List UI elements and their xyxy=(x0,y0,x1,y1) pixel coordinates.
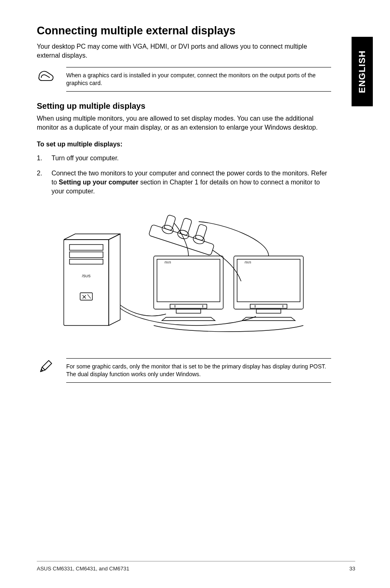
footer-page-number: 33 xyxy=(350,566,355,572)
svg-rect-4 xyxy=(164,214,176,230)
pencil-icon xyxy=(37,358,55,375)
svg-text:/SUS: /SUS xyxy=(82,274,90,278)
svg-rect-21 xyxy=(237,259,300,302)
section-heading: Setting up multiple displays xyxy=(37,101,331,111)
svg-text:/SUS: /SUS xyxy=(164,261,171,264)
subintro-text: When using multiple monitors, you are al… xyxy=(37,114,331,132)
step-text-bold: Setting up your computer xyxy=(59,179,139,186)
step-body: Turn off your computer. xyxy=(52,154,331,163)
language-tab-label: ENGLISH xyxy=(357,50,368,93)
intro-text: Your desktop PC may come with VGA, HDMI,… xyxy=(37,42,331,60)
page-footer: ASUS CM6331, CM6431, and CM6731 33 xyxy=(37,561,355,572)
svg-rect-20 xyxy=(234,256,303,309)
note-box-1: When a graphics card is installed in you… xyxy=(37,67,331,92)
svg-rect-26 xyxy=(256,309,281,313)
svg-rect-23 xyxy=(250,304,287,308)
svg-rect-9 xyxy=(69,252,103,258)
note-box-2: For some graphic cards, only the monitor… xyxy=(37,358,331,383)
svg-rect-19 xyxy=(176,309,201,313)
paperclip-icon xyxy=(37,67,55,83)
footer-left: ASUS CM6331, CM6431, and CM6731 xyxy=(37,566,129,572)
svg-rect-14 xyxy=(157,259,220,302)
svg-rect-7 xyxy=(64,240,109,325)
svg-rect-12 xyxy=(80,293,92,300)
setup-illustration: /SUS /SUS xyxy=(52,203,313,342)
page: ENGLISH Connecting multiple external dis… xyxy=(0,0,390,588)
svg-rect-6 xyxy=(195,224,207,240)
list-item: 2. Connect the two monitors to your comp… xyxy=(37,169,331,196)
content-area: Connecting multiple external displays Yo… xyxy=(37,25,331,383)
svg-rect-13 xyxy=(154,256,223,309)
svg-text:/SUS: /SUS xyxy=(244,261,251,264)
step-body: Connect the two monitors to your compute… xyxy=(52,169,331,196)
svg-rect-10 xyxy=(69,259,103,264)
note-1-text: When a graphics card is installed in you… xyxy=(66,67,331,92)
list-item: 1. Turn off your computer. xyxy=(37,154,331,163)
svg-rect-8 xyxy=(69,245,103,250)
language-tab: ENGLISH xyxy=(352,37,373,106)
steps-list: 1. Turn off your computer. 2. Connect th… xyxy=(37,154,331,196)
note-2-text: For some graphic cards, only the monitor… xyxy=(66,358,331,383)
step-text: Turn off your computer. xyxy=(52,155,119,162)
step-number: 1. xyxy=(37,154,52,163)
steps-title: To set up multiple displays: xyxy=(37,141,331,148)
svg-rect-16 xyxy=(170,304,207,308)
step-number: 2. xyxy=(37,169,52,196)
page-title: Connecting multiple external displays xyxy=(37,25,331,37)
